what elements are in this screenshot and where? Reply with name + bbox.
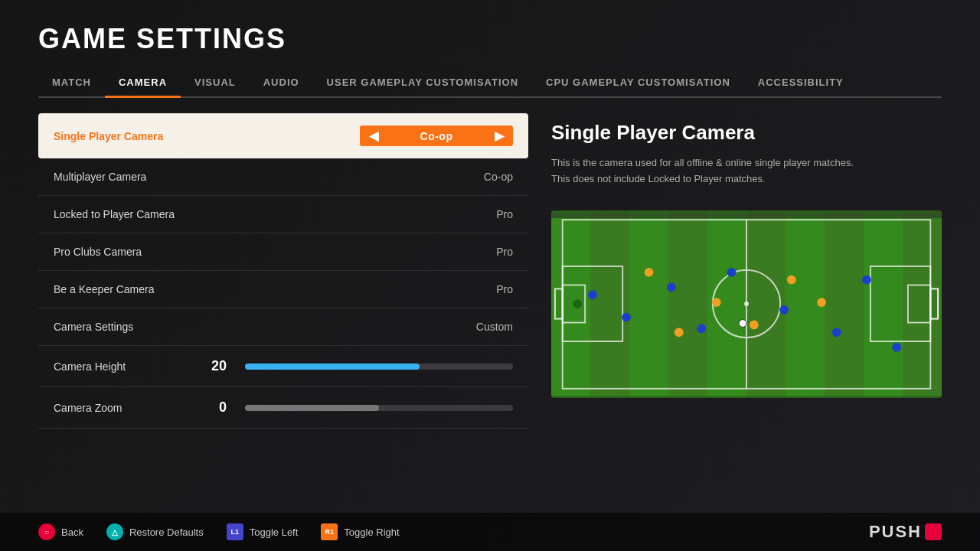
- selector-value: Co-op: [387, 130, 485, 142]
- setting-label-single-player-camera: Single Player Camera: [54, 130, 163, 142]
- setting-row-pro-clubs-camera[interactable]: Pro Clubs Camera Pro: [38, 233, 528, 271]
- svg-point-10: [744, 302, 749, 306]
- selector-arrow-left[interactable]: ◀: [360, 129, 387, 143]
- tab-accessibility[interactable]: ACCESSIBILITY: [744, 70, 858, 98]
- setting-row-locked-to-player-camera[interactable]: Locked to Player Camera Pro: [38, 196, 528, 233]
- svg-rect-6: [864, 212, 903, 396]
- setting-label-be-a-keeper-camera: Be a Keeper Camera: [54, 283, 155, 295]
- svg-point-21: [779, 305, 789, 315]
- detail-title: Single Player Camera: [551, 121, 942, 145]
- svg-rect-3: [629, 212, 668, 396]
- svg-point-24: [892, 343, 901, 352]
- page-title: GAME SETTINGS: [38, 23, 942, 55]
- setting-row-camera-settings[interactable]: Camera Settings Custom: [38, 308, 528, 346]
- setting-value-locked-to-player-camera: Pro: [496, 208, 513, 220]
- setting-label-camera-settings: Camera Settings: [54, 321, 133, 333]
- setting-label-pro-clubs-camera: Pro Clubs Camera: [54, 246, 142, 258]
- svg-point-31: [645, 268, 654, 277]
- tab-audio[interactable]: AUDIO: [250, 70, 313, 98]
- setting-row-camera-zoom[interactable]: Camera Zoom 0: [38, 387, 528, 429]
- svg-point-32: [573, 299, 582, 308]
- tabs-bar: MATCH CAMERA VISUAL AUDIO USER GAMEPLAY …: [38, 70, 942, 98]
- tab-visual[interactable]: VISUAL: [181, 70, 250, 98]
- setting-value-pro-clubs-camera: Pro: [496, 246, 513, 258]
- setting-label-multiplayer-camera: Multiplayer Camera: [54, 171, 146, 183]
- slider-value-camera-zoom: 0: [204, 399, 227, 416]
- setting-row-be-a-keeper-camera[interactable]: Be a Keeper Camera Pro: [38, 271, 528, 308]
- slider-fill-camera-height: [245, 364, 420, 370]
- slider-value-camera-height: 20: [204, 358, 227, 374]
- setting-row-multiplayer-camera[interactable]: Multiplayer Camera Co-op: [38, 158, 528, 196]
- detail-panel: Single Player Camera This is the camera …: [551, 113, 942, 519]
- detail-description: This is the camera used for all offline …: [551, 155, 942, 187]
- svg-point-17: [622, 312, 631, 321]
- svg-point-29: [787, 275, 796, 284]
- setting-row-single-player-camera[interactable]: Single Player Camera ◀ Co-op ▶: [38, 113, 528, 158]
- tab-camera[interactable]: CAMERA: [105, 70, 181, 98]
- svg-point-28: [750, 320, 759, 329]
- svg-rect-35: [551, 212, 942, 218]
- svg-point-19: [697, 324, 706, 333]
- svg-point-20: [727, 268, 737, 277]
- svg-point-23: [862, 275, 871, 284]
- setting-value-multiplayer-camera: Co-op: [484, 171, 513, 183]
- slider-label-camera-height: Camera Height: [54, 360, 191, 373]
- slider-track-camera-height[interactable]: [245, 364, 513, 370]
- slider-label-camera-zoom: Camera Zoom: [54, 402, 191, 414]
- svg-point-18: [667, 282, 676, 292]
- svg-point-26: [675, 328, 684, 337]
- svg-point-25: [588, 290, 597, 299]
- main-layout: Single Player Camera ◀ Co-op ▶ Multiplay…: [38, 113, 942, 519]
- slider-fill-camera-zoom: [245, 405, 379, 411]
- camera-preview: [551, 210, 942, 398]
- settings-list: Single Player Camera ◀ Co-op ▶ Multiplay…: [38, 113, 528, 519]
- selector-arrow-right[interactable]: ▶: [485, 129, 513, 143]
- setting-row-camera-height[interactable]: Camera Height 20: [38, 346, 528, 387]
- value-selector-single-player-camera[interactable]: ◀ Co-op ▶: [360, 126, 513, 146]
- setting-label-locked-to-player-camera: Locked to Player Camera: [54, 208, 175, 220]
- setting-value-be-a-keeper-camera: Pro: [496, 283, 513, 295]
- svg-point-30: [817, 298, 826, 307]
- tab-user-gameplay[interactable]: USER GAMEPLAY CUSTOMISATION: [313, 70, 532, 98]
- slider-track-camera-zoom[interactable]: [245, 405, 513, 411]
- svg-point-27: [712, 298, 721, 307]
- svg-point-22: [832, 328, 841, 337]
- setting-value-camera-settings: Custom: [476, 321, 513, 333]
- tab-cpu-gameplay[interactable]: CPU GAMEPLAY CUSTOMISATION: [532, 70, 744, 98]
- tab-match[interactable]: MATCH: [38, 70, 105, 98]
